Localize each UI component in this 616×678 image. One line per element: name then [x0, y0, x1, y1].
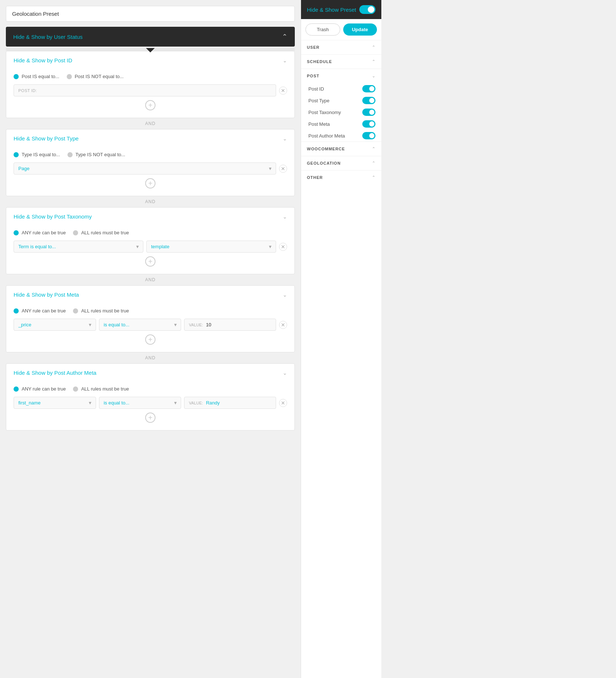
post-type-dropdown[interactable]: Page — [14, 162, 276, 175]
post-taxonomy-section: Hide & Show by Post Taxonomy ⌄ ANY rule … — [6, 207, 295, 274]
sidebar-section-schedule: SCHEDULE ⌃ — [301, 54, 381, 69]
post-taxonomy-chevron-icon[interactable]: ⌄ — [283, 214, 287, 220]
post-meta-value-input[interactable] — [206, 322, 271, 327]
sidebar-section-other-label: OTHER — [307, 175, 323, 180]
post-type-notequal-dot — [67, 152, 73, 157]
post-type-chevron-icon[interactable]: ⌄ — [283, 136, 287, 142]
and-divider-3: AND — [6, 274, 295, 285]
sidebar-header-title: Hide & Show Preset — [307, 7, 356, 13]
post-meta-title: Hide & Show by Post Meta — [14, 292, 79, 298]
post-author-meta-any-option[interactable]: ANY rule can be true — [14, 386, 66, 392]
post-meta-all-option[interactable]: ALL rules must be true — [73, 308, 129, 314]
post-taxonomy-all-dot — [73, 230, 78, 235]
post-author-meta-field-wrapper: first_name ▼ — [14, 397, 96, 409]
sidebar-toggle-post-author-meta[interactable] — [362, 132, 375, 139]
sidebar-toggle-post-id[interactable] — [362, 85, 375, 92]
sidebar-section-geolocation-header[interactable]: GEOLOCATION ⌃ — [301, 156, 381, 170]
sidebar-section-schedule-header[interactable]: SCHEDULE ⌃ — [301, 55, 381, 69]
post-meta-section: Hide & Show by Post Meta ⌄ ANY rule can … — [6, 285, 295, 352]
and-divider-1: AND — [6, 118, 295, 129]
sidebar-section-user-header[interactable]: USER ⌃ — [301, 40, 381, 54]
sidebar-section-schedule-label: SCHEDULE — [307, 59, 332, 64]
post-type-clear-button[interactable]: ✕ — [279, 165, 287, 173]
post-author-meta-all-option[interactable]: ALL rules must be true — [73, 386, 129, 392]
post-type-add-button[interactable]: + — [145, 178, 155, 188]
post-taxonomy-condition-dropdown[interactable]: Term is equal to... — [14, 241, 143, 253]
user-status-chevron-icon[interactable]: ⌃ — [282, 33, 287, 41]
post-taxonomy-add-button[interactable]: + — [145, 256, 155, 267]
sidebar-section-woocommerce-header[interactable]: WOOCOMMERCE ⌃ — [301, 142, 381, 156]
post-taxonomy-value-dropdown[interactable]: template — [146, 241, 276, 253]
post-type-dropdown-wrapper: Page ▼ — [14, 162, 276, 175]
sidebar-item-post-meta: Post Meta — [301, 118, 381, 130]
post-id-equal-option[interactable]: Post IS equal to... — [14, 74, 59, 79]
sidebar-section-post-header[interactable]: POST ⌄ — [301, 69, 381, 83]
post-id-field[interactable] — [39, 88, 271, 93]
sidebar-section-user: USER ⌃ — [301, 40, 381, 54]
sidebar-section-post-chevron-icon: ⌄ — [372, 73, 375, 78]
post-type-equal-option[interactable]: Type IS equal to... — [14, 152, 60, 157]
post-author-meta-add-button[interactable]: + — [145, 413, 155, 423]
post-author-meta-title: Hide & Show by Post Author Meta — [14, 370, 96, 376]
sidebar-section-post-label: POST — [307, 74, 319, 78]
post-taxonomy-clear-button[interactable]: ✕ — [279, 243, 287, 251]
post-id-notequal-dot — [67, 74, 72, 79]
post-meta-value-wrapper: VALUE: — [184, 319, 276, 331]
post-meta-all-dot — [73, 308, 78, 314]
post-id-equal-dot — [14, 74, 19, 79]
post-author-meta-all-dot — [73, 386, 78, 392]
post-id-add-button[interactable]: + — [145, 100, 155, 110]
sidebar-section-other-chevron-icon: ⌃ — [372, 175, 375, 180]
post-author-meta-condition-dropdown[interactable]: is equal to... — [99, 397, 182, 409]
user-status-bar: Hide & Show by User Status ⌃ — [6, 27, 295, 47]
sidebar-header: Hide & Show Preset — [301, 0, 381, 19]
post-meta-any-dot — [14, 308, 19, 314]
post-type-section: Hide & Show by Post Type ⌄ Type IS equal… — [6, 129, 295, 196]
post-type-notequal-option[interactable]: Type IS NOT equal to... — [67, 152, 125, 157]
post-meta-add-button[interactable]: + — [145, 334, 155, 345]
post-meta-chevron-icon[interactable]: ⌄ — [283, 292, 287, 298]
sidebar-section-geolocation-chevron-icon: ⌃ — [372, 161, 375, 166]
post-taxonomy-all-option[interactable]: ALL rules must be true — [73, 230, 129, 235]
update-button[interactable]: Update — [343, 23, 377, 36]
sidebar-master-toggle[interactable] — [359, 5, 375, 14]
post-author-meta-chevron-icon[interactable]: ⌄ — [283, 370, 287, 376]
preset-title-input[interactable] — [6, 6, 295, 22]
trash-button[interactable]: Trash — [305, 23, 340, 36]
post-author-meta-condition-wrapper: is equal to... ▼ — [99, 397, 182, 409]
post-id-notequal-option[interactable]: Post IS NOT equal to... — [67, 74, 124, 79]
sidebar-item-post-taxonomy: Post Taxonomy — [301, 106, 381, 118]
post-meta-clear-button[interactable]: ✕ — [279, 321, 287, 329]
sidebar-toggle-post-type[interactable] — [362, 97, 375, 104]
post-author-meta-value-input[interactable] — [206, 400, 271, 406]
sidebar-section-woocommerce-chevron-icon: ⌃ — [372, 146, 375, 151]
post-id-clear-button[interactable]: ✕ — [279, 87, 287, 95]
sidebar-section-post: POST ⌄ Post ID Post Type Post Taxonomy P… — [301, 69, 381, 142]
post-id-input-wrapper: POST ID: — [14, 84, 276, 96]
post-meta-value-label: VALUE: — [189, 323, 203, 327]
sidebar-section-user-chevron-icon: ⌃ — [372, 45, 375, 50]
post-meta-field-wrapper: _price ▼ — [14, 319, 96, 331]
post-meta-condition-wrapper: is equal to... ▼ — [99, 319, 182, 331]
post-author-meta-value-wrapper: VALUE: — [184, 397, 276, 409]
sidebar-section-woocommerce-label: WOOCOMMERCE — [307, 147, 345, 151]
post-taxonomy-any-option[interactable]: ANY rule can be true — [14, 230, 66, 235]
post-id-title: Hide & Show by Post ID — [14, 57, 72, 63]
sidebar-toggle-post-taxonomy[interactable] — [362, 109, 375, 116]
and-divider-2: AND — [6, 196, 295, 207]
post-author-meta-field-dropdown[interactable]: first_name — [14, 397, 96, 409]
sidebar-item-post-id: Post ID — [301, 83, 381, 95]
sidebar-section-schedule-chevron-icon: ⌃ — [372, 59, 375, 64]
sidebar-post-items: Post ID Post Type Post Taxonomy Post Met… — [301, 83, 381, 142]
post-meta-any-option[interactable]: ANY rule can be true — [14, 308, 66, 314]
sidebar-section-geolocation: GEOLOCATION ⌃ — [301, 156, 381, 170]
post-id-section: Hide & Show by Post ID ⌄ Post IS equal t… — [6, 51, 295, 118]
sidebar-section-other-header[interactable]: OTHER ⌃ — [301, 171, 381, 184]
post-taxonomy-title: Hide & Show by Post Taxonomy — [14, 213, 92, 220]
sidebar-toggle-post-meta[interactable] — [362, 120, 375, 128]
sidebar-section-geolocation-label: GEOLOCATION — [307, 161, 341, 165]
post-meta-condition-dropdown[interactable]: is equal to... — [99, 319, 182, 331]
post-id-chevron-icon[interactable]: ⌄ — [283, 58, 287, 63]
post-meta-field-dropdown[interactable]: _price — [14, 319, 96, 331]
post-author-meta-clear-button[interactable]: ✕ — [279, 399, 287, 407]
